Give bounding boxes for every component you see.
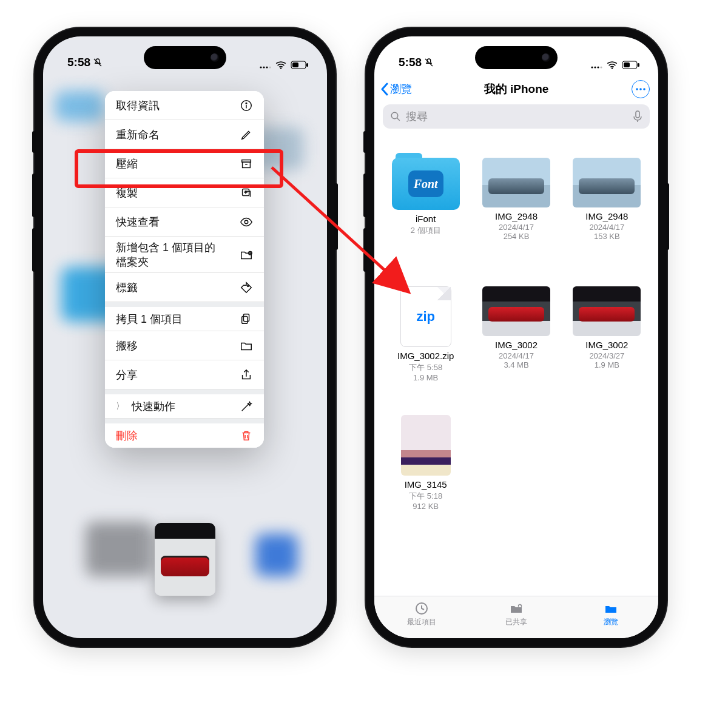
svg-rect-22 — [243, 314, 249, 321]
duplicate-icon — [240, 186, 253, 200]
menu-share[interactable]: 分享 — [105, 360, 264, 389]
file-item-img-2948-a[interactable]: IMG_2948 2024/4/17 254 KB — [473, 158, 559, 267]
dynamic-island — [475, 46, 558, 69]
svg-point-1 — [263, 66, 265, 68]
svg-rect-37 — [636, 111, 639, 118]
file-item-folder-ifont[interactable]: Font iFont 2 個項目 — [383, 158, 468, 267]
svg-point-17 — [244, 220, 248, 224]
search-icon — [390, 111, 401, 122]
menu-quick-actions-label: 快速動作 — [132, 399, 175, 414]
file-meta: 下午 5:58 — [409, 362, 442, 373]
menu-get-info[interactable]: 取得資訊 — [105, 91, 264, 120]
svg-point-25 — [594, 66, 596, 68]
svg-point-26 — [597, 66, 599, 68]
selected-file-preview[interactable] — [155, 523, 215, 596]
file-name: IMG_3145 — [405, 479, 447, 490]
menu-quicklook-label: 快速查看 — [116, 215, 160, 229]
image-thumbnail — [573, 158, 641, 207]
file-meta: 2024/4/17 — [589, 223, 624, 232]
menu-rename-label: 重新命名 — [116, 127, 160, 142]
file-name: iFont — [416, 214, 436, 224]
menu-compress[interactable]: 壓縮 — [105, 149, 264, 178]
cellular-icon — [590, 61, 602, 69]
menu-copy-label: 拷貝 1 個項目 — [116, 312, 183, 326]
screen-left: 5:58 取得資訊 重新命名 — [43, 36, 327, 638]
file-item-zip[interactable]: zip IMG_3002.zip 下午 5:58 1.9 MB — [383, 286, 468, 396]
mic-icon — [633, 110, 642, 123]
share-icon — [240, 368, 253, 382]
menu-quick-actions[interactable]: 〉快速動作 — [105, 389, 264, 419]
phone-right: 5:58 瀏覽 我的 iPhone — [366, 28, 667, 647]
search-placeholder: 搜尋 — [406, 109, 428, 124]
svg-point-33 — [639, 88, 642, 90]
file-meta: 2024/4/17 — [499, 223, 534, 232]
svg-point-28 — [612, 67, 613, 69]
tab-label: 最近項目 — [407, 617, 436, 627]
clock-icon — [413, 601, 430, 616]
svg-point-34 — [643, 88, 645, 90]
back-button[interactable]: 瀏覽 — [380, 76, 412, 102]
menu-move[interactable]: 搬移 — [105, 331, 264, 360]
battery-icon — [291, 61, 309, 69]
folder-badge-label: Font — [408, 170, 443, 197]
tab-recent[interactable]: 最近項目 — [374, 596, 469, 638]
more-button[interactable] — [632, 80, 650, 98]
menu-move-label: 搬移 — [116, 339, 138, 353]
svg-point-27 — [600, 66, 602, 68]
svg-line-36 — [397, 118, 400, 121]
search-bar[interactable]: 搜尋 — [383, 104, 650, 129]
tab-shared[interactable]: 已共享 — [469, 596, 564, 638]
menu-compress-label: 壓縮 — [116, 157, 138, 171]
image-thumbnail — [401, 415, 451, 476]
svg-point-32 — [636, 88, 638, 90]
image-thumbnail — [482, 158, 550, 207]
status-time: 5:58 — [399, 56, 422, 69]
file-name: IMG_2948 — [585, 211, 628, 221]
menu-tags-label: 標籤 — [116, 280, 138, 295]
menu-newfolder[interactable]: 新增包含 1 個項目的檔案夾 — [105, 237, 264, 273]
svg-rect-30 — [624, 62, 630, 67]
menu-rename[interactable]: 重新命名 — [105, 120, 264, 149]
menu-delete[interactable]: 刪除 — [105, 419, 264, 448]
file-item-img-3145[interactable]: IMG_3145 下午 5:18 912 KB — [383, 415, 468, 524]
menu-quicklook[interactable]: 快速查看 — [105, 207, 264, 237]
tag-icon — [240, 281, 253, 294]
file-meta: 2 個項目 — [411, 225, 441, 236]
folder-icon — [240, 339, 253, 352]
menu-copy[interactable]: 拷貝 1 個項目 — [105, 302, 264, 331]
dynamic-island — [144, 46, 226, 69]
file-meta: 2024/3/27 — [589, 351, 624, 360]
svg-point-24 — [591, 66, 593, 68]
tab-browse[interactable]: 瀏覽 — [564, 596, 658, 638]
file-meta: 下午 5:18 — [409, 491, 442, 502]
menu-get-info-label: 取得資訊 — [116, 98, 160, 113]
image-thumbnail — [573, 286, 641, 336]
phone-left: 5:58 取得資訊 重新命名 — [35, 28, 335, 647]
folder-icon: Font — [392, 158, 460, 210]
file-item-img-2948-b[interactable]: IMG_2948 2024/4/17 153 KB — [564, 158, 650, 267]
file-meta: 912 KB — [413, 502, 439, 511]
file-item-img-3002-a[interactable]: IMG_3002 2024/4/17 3.4 MB — [473, 286, 559, 396]
file-meta: 1.9 MB — [413, 373, 438, 382]
chevron-right-icon: 〉 — [116, 401, 124, 412]
file-meta: 3.4 MB — [504, 360, 528, 369]
nav-title: 我的 iPhone — [484, 81, 549, 97]
tab-label: 已共享 — [505, 617, 527, 627]
tab-label: 瀏覽 — [604, 617, 618, 627]
file-meta: 254 KB — [504, 232, 530, 241]
svg-point-10 — [246, 103, 247, 104]
svg-point-0 — [260, 66, 261, 68]
menu-tags[interactable]: 標籤 — [105, 273, 264, 302]
eye-icon — [240, 215, 253, 229]
file-item-img-3002-b[interactable]: IMG_3002 2024/3/27 1.9 MB — [564, 286, 650, 396]
ellipsis-icon — [635, 87, 646, 91]
file-grid: Font iFont 2 個項目 IMG_2948 2024/4/17 254 … — [374, 158, 658, 596]
menu-share-label: 分享 — [116, 368, 138, 382]
svg-rect-31 — [638, 63, 639, 67]
svg-point-4 — [280, 67, 281, 69]
wifi-icon — [275, 61, 287, 69]
silent-icon — [424, 58, 434, 67]
menu-duplicate[interactable]: 複製 — [105, 178, 264, 207]
shared-folder-icon — [508, 601, 525, 616]
file-meta: 1.9 MB — [595, 360, 619, 369]
